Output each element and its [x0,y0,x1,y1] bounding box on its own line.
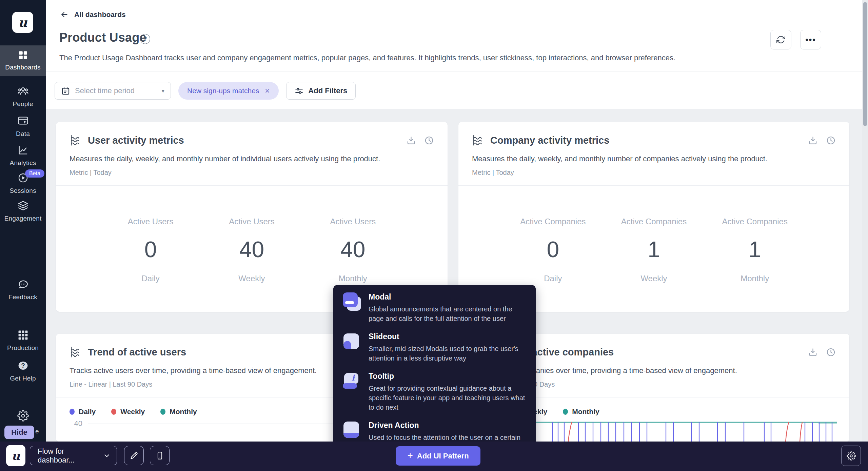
refresh-button[interactable] [770,30,791,49]
settings-label-fragment: e [35,428,39,435]
metric-value: 40 [201,237,302,262]
sidebar-item-dashboards[interactable]: Dashboards [0,45,46,76]
builder-logo-button[interactable]: u [6,445,25,466]
popup-item-description: Smaller, mid-sized Modals used to grab t… [369,344,526,363]
pencil-icon [130,451,139,460]
metric-period: Daily [502,274,604,283]
clock-icon[interactable] [826,136,836,145]
download-icon[interactable] [808,136,818,145]
production-icon [17,329,29,341]
sidebar-item-settings[interactable] [0,405,46,426]
page-scrollbar[interactable] [862,0,868,442]
metric-period: Monthly [302,274,403,283]
metric-daily-active-users: Active Users 0 Daily [100,217,201,283]
sidebar-item-label: Production [7,344,39,352]
popup-item-title: Slideout [369,332,526,341]
time-period-select[interactable]: Select time period ▾ [55,82,171,100]
card-divider [56,185,448,186]
metric-weekly-active-companies: Active Companies 1 Weekly [604,217,705,283]
popup-item-tooltip[interactable]: i Tooltip Great for providing contextual… [343,372,526,412]
sidebar-item-feedback[interactable]: Feedback [0,274,46,306]
sidebar-item-get-help[interactable]: ? Get Help [0,355,46,387]
gear-icon [847,451,856,460]
metric-label: Active Companies [704,217,805,226]
sidebar-item-label: Feedback [8,293,37,301]
popup-item-title: Modal [369,292,526,302]
legend-dot-weekly [111,409,116,415]
flow-selector-dropdown[interactable]: Flow for dashboar... [30,446,117,465]
builder-settings-button[interactable] [841,446,861,466]
ellipsis-icon: ••• [805,35,816,44]
calendar-icon [61,86,70,96]
sidebar-item-analytics[interactable]: Analytics [0,140,46,171]
download-icon[interactable] [406,136,416,145]
legend-weekly[interactable]: Weekly [111,408,145,416]
engagement-icon [17,200,29,211]
back-label: All dashboards [74,11,126,19]
metric-value: 1 [604,237,705,262]
legend-monthly[interactable]: Monthly [160,408,197,416]
legend-dot-monthly [160,409,165,415]
gear-icon [17,410,29,422]
hide-sidebar-button[interactable]: Hide [4,426,34,439]
mobile-preview-button[interactable] [150,446,170,465]
card-description: Measures the daily, weekly, and monthly … [472,155,836,163]
help-icon[interactable]: ? [140,34,150,44]
popup-item-description: Global announcements that are centered o… [369,304,526,323]
scrollbar-thumb[interactable] [863,2,867,126]
popup-item-modal[interactable]: Modal Global announcements that are cent… [343,292,526,323]
metric-monthly-active-users: Active Users 40 Monthly [302,217,403,283]
sidebar-item-label: Analytics [10,159,36,167]
sliders-icon [295,86,303,95]
metric-label: Active Users [100,217,201,226]
card-title: Company activity metrics [490,135,808,146]
metric-label: Active Users [201,217,302,226]
card-description: Measures the daily, weekly, and monthly … [70,155,434,163]
logo-letter: u [18,15,27,29]
app-window: u Dashboards People [0,0,868,471]
people-icon [17,85,29,97]
sidebar-item-data[interactable]: Data [0,110,46,142]
feedback-icon [17,279,29,290]
header-divider [46,71,868,71]
sidebar-item-engagement[interactable]: Engagement [0,195,46,227]
page-header: All dashboards Product Usage ? The Produ… [46,0,868,109]
app-logo[interactable]: u [12,12,33,33]
download-icon[interactable] [808,347,818,357]
sidebar-item-production[interactable]: Production [0,325,46,356]
card-divider [458,185,849,186]
sidebar: u Dashboards People [0,0,46,442]
modal-icon [343,292,361,311]
beta-badge: Beta [25,169,44,178]
edit-button[interactable] [124,446,144,465]
filter-chip-label: New sign-ups matches [187,87,259,95]
refresh-icon [776,35,785,44]
metric-value: 0 [502,237,604,262]
back-to-all-dashboards[interactable]: All dashboards [60,10,126,19]
clock-icon[interactable] [424,136,434,145]
card-company-activity-metrics: Company activity metrics Measures the da… [458,122,849,312]
card-user-activity-metrics: User activity metrics Measures the daily… [56,122,448,312]
legend-daily[interactable]: Daily [70,408,96,416]
metric-label: Active Companies [604,217,705,226]
add-filters-button[interactable]: Add Filters [286,82,356,100]
dashboards-icon [17,50,29,60]
sidebar-item-label: Get Help [10,375,36,382]
popup-item-slideout[interactable]: Slideout Smaller, mid-sized Modals used … [343,332,526,363]
more-options-button[interactable]: ••• [800,30,821,49]
sidebar-item-people[interactable]: People [0,81,46,112]
clock-icon[interactable] [826,347,836,357]
analytics-icon [17,144,29,156]
flow-selector-label: Flow for dashboar... [38,447,103,465]
legend-monthly[interactable]: Monthly [563,408,599,416]
popup-item-description: Great for providing contextual guidance … [369,384,526,412]
data-icon [17,115,29,127]
sidebar-item-sessions[interactable]: Sessions Beta [0,167,46,199]
active-filter-chip[interactable]: New sign-ups matches ✕ [178,82,279,100]
add-ui-pattern-button[interactable]: + Add UI Pattern [396,446,480,466]
card-meta: Metric | Today [70,169,434,177]
remove-filter-icon[interactable]: ✕ [264,87,270,95]
chevron-down-icon [103,452,111,459]
legend-dot-monthly [563,409,568,415]
card-meta: Metric | Today [472,169,836,177]
